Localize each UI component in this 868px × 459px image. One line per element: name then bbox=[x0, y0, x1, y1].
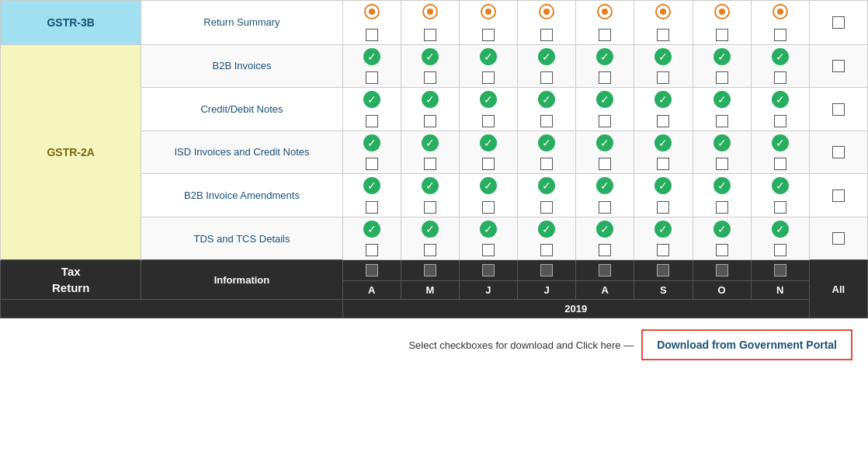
check-green-icon: ✓ bbox=[654, 48, 672, 65]
checkbox-icon[interactable] bbox=[482, 71, 495, 84]
checkbox-icon[interactable] bbox=[832, 146, 845, 158]
checkbox-icon[interactable] bbox=[716, 244, 728, 256]
gstr3b-jjm-cb[interactable] bbox=[518, 25, 576, 44]
check-green-icon: ✓ bbox=[422, 91, 439, 108]
gstr3b-am2-cb[interactable] bbox=[576, 25, 634, 44]
checkbox-icon[interactable] bbox=[657, 29, 669, 41]
gstr3b-nm-cb[interactable] bbox=[751, 25, 809, 44]
footer-cb-a2[interactable] bbox=[576, 260, 634, 280]
checkbox-icon[interactable] bbox=[774, 244, 786, 256]
checkbox-icon[interactable] bbox=[424, 115, 436, 127]
b2b-amendments-all[interactable] bbox=[809, 174, 867, 217]
checkbox-icon[interactable] bbox=[832, 16, 845, 29]
check-green-icon: ✓ bbox=[772, 177, 789, 194]
checkbox-icon[interactable] bbox=[657, 71, 669, 84]
check-green-icon: ✓ bbox=[422, 221, 439, 238]
gstr3b-jjm-top bbox=[518, 1, 576, 26]
checkbox-icon[interactable] bbox=[774, 115, 786, 127]
credit-debit-all[interactable] bbox=[809, 88, 867, 131]
gstr3b-mm-cb[interactable] bbox=[401, 25, 459, 44]
checkbox-icon[interactable] bbox=[366, 244, 378, 256]
b2b-all[interactable] bbox=[809, 44, 867, 88]
checkbox-icon[interactable] bbox=[599, 115, 611, 127]
check-green-icon: ✓ bbox=[713, 177, 731, 194]
checkbox-icon[interactable] bbox=[716, 115, 728, 127]
checkbox-icon[interactable] bbox=[832, 190, 845, 202]
checkbox-icon[interactable] bbox=[657, 115, 669, 127]
footer-cb-j[interactable] bbox=[459, 260, 517, 280]
checkbox-icon[interactable] bbox=[599, 244, 611, 256]
check-green-icon: ✓ bbox=[538, 134, 555, 151]
isd-all[interactable] bbox=[809, 130, 867, 174]
checkbox-icon[interactable] bbox=[832, 232, 845, 245]
footer-month-n: N bbox=[751, 280, 809, 300]
checkbox-icon[interactable] bbox=[540, 29, 553, 41]
checkbox-icon[interactable] bbox=[657, 201, 669, 214]
checkbox-icon[interactable] bbox=[657, 244, 669, 256]
checkbox-icon[interactable] bbox=[540, 201, 553, 214]
checkbox-icon[interactable] bbox=[716, 201, 728, 214]
checkbox-icon[interactable] bbox=[482, 115, 495, 127]
footer-month-m: M bbox=[401, 280, 459, 300]
checkbox-icon[interactable] bbox=[424, 71, 436, 84]
gstr3b-sm-cb[interactable] bbox=[634, 25, 693, 44]
checkbox-icon[interactable] bbox=[599, 201, 611, 214]
checkbox-icon[interactable] bbox=[540, 71, 553, 84]
check-green-icon: ✓ bbox=[480, 177, 497, 194]
footer-cb-jj[interactable] bbox=[518, 260, 576, 280]
footer-cb-a[interactable] bbox=[342, 260, 401, 280]
checkbox-icon[interactable] bbox=[424, 244, 436, 256]
download-button[interactable]: Download from Government Portal bbox=[641, 329, 852, 360]
checkbox-icon[interactable] bbox=[366, 115, 378, 127]
checkbox-icon[interactable] bbox=[482, 29, 495, 41]
checkbox-icon[interactable] bbox=[366, 29, 378, 41]
checkbox-icon[interactable] bbox=[774, 201, 786, 214]
gstr3b-mm-top bbox=[401, 1, 459, 26]
checkbox-icon[interactable] bbox=[774, 71, 786, 84]
footer-cb-m[interactable] bbox=[401, 260, 459, 280]
checkbox-icon[interactable] bbox=[540, 244, 553, 256]
tds-tcs-all[interactable] bbox=[809, 217, 867, 260]
footer-all-label: All bbox=[809, 260, 867, 318]
checkbox-icon[interactable] bbox=[716, 29, 728, 41]
checkbox-icon[interactable] bbox=[366, 71, 378, 84]
checkbox-icon[interactable] bbox=[716, 158, 728, 170]
checkbox-icon[interactable] bbox=[599, 71, 611, 84]
gstr3b-jm-cb[interactable] bbox=[459, 25, 517, 44]
checkbox-icon[interactable] bbox=[599, 158, 611, 170]
footer-cb-s[interactable] bbox=[634, 260, 693, 280]
checkbox-icon[interactable] bbox=[540, 115, 553, 127]
checkbox-icon[interactable] bbox=[424, 158, 436, 170]
checkbox-icon[interactable] bbox=[366, 201, 378, 214]
checkbox-icon[interactable] bbox=[716, 71, 728, 84]
checkbox-icon[interactable] bbox=[424, 201, 436, 214]
checkbox-icon[interactable] bbox=[482, 244, 495, 256]
check-green-icon: ✓ bbox=[596, 134, 613, 151]
circle-orange-icon bbox=[481, 4, 496, 19]
check-green-icon: ✓ bbox=[772, 91, 789, 108]
check-green-icon: ✓ bbox=[538, 177, 555, 194]
checkbox-icon[interactable] bbox=[832, 60, 845, 72]
check-green-icon: ✓ bbox=[363, 177, 380, 194]
checkbox-icon[interactable] bbox=[599, 29, 611, 41]
checkbox-icon[interactable] bbox=[832, 103, 845, 116]
table-row: GSTR-2A B2B Invoices ✓ ✓ ✓ ✓ ✓ ✓ ✓ ✓ bbox=[1, 44, 868, 68]
checkbox-icon[interactable] bbox=[774, 29, 786, 41]
check-green-icon: ✓ bbox=[772, 48, 789, 65]
gstr3b-all[interactable] bbox=[809, 1, 867, 45]
check-green-icon: ✓ bbox=[654, 177, 672, 194]
footer-month-o: O bbox=[693, 280, 751, 300]
footer-cb-o[interactable] bbox=[693, 260, 751, 280]
check-green-icon: ✓ bbox=[480, 221, 497, 238]
gstr3b-am-cb[interactable] bbox=[342, 25, 401, 44]
checkbox-icon[interactable] bbox=[424, 29, 436, 41]
check-green-icon: ✓ bbox=[713, 91, 731, 108]
footer-cb-n[interactable] bbox=[751, 260, 809, 280]
checkbox-icon[interactable] bbox=[366, 158, 378, 170]
checkbox-icon[interactable] bbox=[774, 158, 786, 170]
checkbox-icon[interactable] bbox=[657, 158, 669, 170]
checkbox-icon[interactable] bbox=[482, 201, 495, 214]
checkbox-icon[interactable] bbox=[540, 158, 553, 170]
gstr3b-om-cb[interactable] bbox=[693, 25, 751, 44]
checkbox-icon[interactable] bbox=[482, 158, 495, 170]
